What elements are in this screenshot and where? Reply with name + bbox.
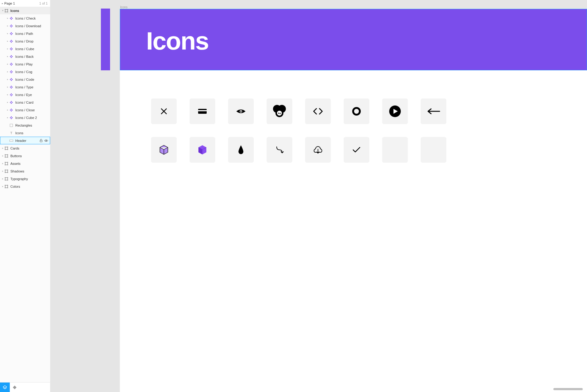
chevron-right-icon[interactable]: ▸ <box>6 47 9 50</box>
chevron-right-icon[interactable]: ▸ <box>1 162 4 165</box>
comp-icon <box>9 116 13 120</box>
chevron-right-icon[interactable]: ▸ <box>6 40 9 43</box>
layer-row[interactable]: ▸Icons / Cube 2 <box>0 114 50 121</box>
layer-row[interactable]: ▸Icons / Cog <box>0 68 50 76</box>
card-icon <box>198 108 207 115</box>
layer-row[interactable]: ▾Icons <box>0 7 50 14</box>
chevron-right-icon[interactable]: ▸ <box>1 154 4 157</box>
chevron-right-icon[interactable]: ▸ <box>6 55 9 58</box>
canvas[interactable]: Icons Icons Aa <box>50 0 587 392</box>
layer-row[interactable]: ▸Icons / Drop <box>0 37 50 45</box>
eye-icon[interactable] <box>44 139 48 142</box>
icon-cell-empty[interactable] <box>421 137 446 163</box>
layer-row[interactable]: Header <box>0 137 50 144</box>
layer-label: Icons / Eye <box>15 93 32 97</box>
chevron-right-icon[interactable]: ▸ <box>6 17 9 20</box>
icon-cell-check[interactable] <box>344 137 369 163</box>
icon-cell-play[interactable] <box>382 98 408 124</box>
svg-point-48 <box>354 109 359 114</box>
chevron-right-icon[interactable]: ▸ <box>6 32 9 35</box>
icon-cell-cube-fill[interactable] <box>190 137 215 163</box>
frame-icon <box>4 177 9 181</box>
icon-cell-empty[interactable] <box>382 137 408 163</box>
chevron-right-icon[interactable]: ▸ <box>1 177 4 180</box>
icon-cell-download[interactable] <box>305 137 331 163</box>
layer-row[interactable]: ▸Icons / Cube <box>0 45 50 53</box>
svg-point-7 <box>46 140 47 141</box>
layer-row[interactable]: ▸Icons / Close <box>0 106 50 114</box>
layer-label: Icons / Play <box>15 62 33 66</box>
chevron-right-icon: ▸ <box>1 2 4 5</box>
code-icon <box>313 108 323 115</box>
layer-label: Typography <box>10 177 28 181</box>
chevron-right-icon[interactable]: ▸ <box>1 170 4 172</box>
icon-cell-cog[interactable] <box>344 98 369 124</box>
layer-tree[interactable]: ▾Icons▸Icons / Check▸Icons / Download▸Ic… <box>0 7 50 382</box>
rect-icon <box>9 139 13 143</box>
icon-cell-type[interactable]: Aa <box>267 98 292 124</box>
eye-icon <box>236 108 246 114</box>
icon-cell-card[interactable] <box>190 98 215 124</box>
chevron-right-icon[interactable]: ▸ <box>6 109 9 111</box>
layer-row[interactable]: ▸Icons / Path <box>0 30 50 37</box>
horizontal-scrollbar[interactable] <box>553 388 583 390</box>
frame-label[interactable]: Icons <box>120 6 127 9</box>
layer-label: Buttons <box>10 154 22 158</box>
components-tab[interactable] <box>10 383 20 392</box>
chevron-right-icon[interactable]: ▸ <box>6 93 9 96</box>
layer-row[interactable]: ▸Icons / Check <box>0 14 50 22</box>
icon-cell-code[interactable] <box>305 98 331 124</box>
layer-label: Icons / Type <box>15 85 33 89</box>
chevron-right-icon[interactable]: ▸ <box>1 185 4 188</box>
layer-label: Shadows <box>10 169 24 173</box>
drop-icon <box>238 145 244 155</box>
layer-row[interactable]: ▸Buttons <box>0 152 50 160</box>
layer-row[interactable]: ▸Icons / Card <box>0 98 50 106</box>
chevron-right-icon[interactable]: ▸ <box>6 86 9 88</box>
lock-icon[interactable] <box>39 139 43 142</box>
layer-row[interactable]: ▸Shadows <box>0 167 50 175</box>
chevron-right-icon[interactable]: ▸ <box>6 70 9 73</box>
layer-row[interactable]: ▸Icons / Code <box>0 76 50 83</box>
page-selector[interactable]: ▸ Page 1 1 of 1 <box>0 0 50 7</box>
layer-row[interactable]: ▸Typography <box>0 175 50 183</box>
icon-cell-path[interactable] <box>267 137 292 163</box>
comp-icon <box>9 39 13 43</box>
layer-label: Colors <box>10 185 20 188</box>
check-icon <box>352 147 361 153</box>
layer-row[interactable]: ▸Icons / Download <box>0 22 50 30</box>
layer-row[interactable]: ▸Icons / Play <box>0 60 50 68</box>
path-icon <box>275 146 284 154</box>
chevron-down-icon[interactable]: ▾ <box>1 9 4 12</box>
chevron-right-icon[interactable]: ▸ <box>6 101 9 104</box>
icon-cell-back[interactable] <box>421 98 446 124</box>
layers-tab[interactable] <box>0 383 10 392</box>
icon-cell-close[interactable] <box>151 98 177 124</box>
layer-row[interactable]: ▸Icons / Back <box>0 53 50 60</box>
chevron-right-icon[interactable]: ▸ <box>1 147 4 150</box>
page-count: 1 of 1 <box>39 2 48 5</box>
layer-row[interactable]: Rectangles <box>0 121 50 129</box>
header-overflow <box>101 9 110 70</box>
layer-row[interactable]: ▸Cards <box>0 144 50 152</box>
layer-label: Icons / Code <box>15 78 34 81</box>
layer-row[interactable]: ▸Colors <box>0 183 50 190</box>
layer-row[interactable]: ▸Icons / Eye <box>0 91 50 98</box>
svg-rect-18 <box>5 162 8 165</box>
cube-fill-icon <box>198 145 207 155</box>
layer-label: Icons / Check <box>15 17 36 20</box>
header-rect[interactable]: Icons <box>120 9 587 70</box>
icon-cell-drop[interactable] <box>228 137 254 163</box>
chevron-right-icon[interactable]: ▸ <box>6 63 9 65</box>
chevron-right-icon[interactable]: ▸ <box>6 116 9 119</box>
cog-icon <box>351 106 362 116</box>
chevron-right-icon[interactable]: ▸ <box>6 78 9 81</box>
icon-cell-eye[interactable] <box>228 98 254 124</box>
layer-row[interactable]: ▸Assets <box>0 160 50 167</box>
icon-cell-cube-outline[interactable] <box>151 137 177 163</box>
frame-icon <box>4 169 9 173</box>
layer-row[interactable]: Icons <box>0 129 50 137</box>
chevron-right-icon[interactable]: ▸ <box>6 24 9 27</box>
comp-icon <box>9 54 13 59</box>
layer-row[interactable]: ▸Icons / Type <box>0 83 50 91</box>
